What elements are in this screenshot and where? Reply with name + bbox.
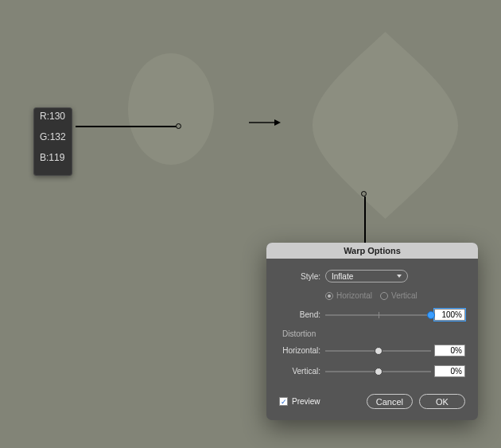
style-label: Style: (279, 272, 325, 281)
dist-v-value-input[interactable]: 0% (434, 365, 465, 377)
style-select[interactable]: Inflate (325, 270, 408, 282)
cancel-button[interactable]: Cancel (367, 394, 413, 409)
color-r: R: 130 (40, 111, 66, 123)
warp-options-dialog: Warp Options Style: Inflate Horizontal V… (266, 243, 478, 420)
dist-v-slider[interactable] (325, 366, 431, 377)
svg-marker-1 (274, 119, 281, 126)
leader-line (76, 126, 179, 127)
radio-horizontal[interactable]: Horizontal (325, 291, 372, 300)
leader-line (364, 197, 366, 244)
preview-checkbox[interactable]: ✓ (279, 397, 288, 406)
style-value: Inflate (332, 272, 353, 281)
bend-value-input[interactable]: 100% (434, 309, 465, 321)
radio-dot-icon (380, 292, 388, 300)
leader-dot (361, 191, 367, 197)
dialog-title: Warp Options (266, 243, 478, 259)
arrow-icon (249, 118, 281, 127)
bend-slider[interactable] (325, 310, 431, 321)
dist-h-value-input[interactable]: 0% (434, 345, 465, 356)
color-tooltip: R: 130 G: 132 B: 119 (33, 107, 72, 176)
radio-dot-icon (325, 292, 333, 300)
bend-row: Bend: 100% (279, 309, 465, 321)
radio-vertical[interactable]: Vertical (380, 291, 418, 300)
preview-label: Preview (292, 397, 320, 406)
ellipse-shape (128, 53, 214, 165)
dist-v-label: Vertical: (279, 367, 325, 376)
color-g: G: 132 (40, 131, 66, 143)
color-b: B: 119 (40, 152, 66, 164)
dist-h-row: Horizontal: 0% (279, 345, 465, 356)
ok-button[interactable]: OK (419, 394, 465, 409)
dist-h-slider[interactable] (325, 345, 431, 356)
dist-v-row: Vertical: 0% (279, 365, 465, 377)
dist-h-label: Horizontal: (279, 346, 325, 355)
distortion-label: Distortion (282, 329, 465, 338)
inflated-shape (313, 32, 458, 219)
style-row: Style: Inflate (279, 270, 465, 282)
bend-label: Bend: (279, 310, 325, 319)
dialog-footer: ✓ Preview Cancel OK (266, 389, 478, 409)
dialog-body: Style: Inflate Horizontal Vertical Bend: (266, 259, 478, 389)
orientation-row: Horizontal Vertical (325, 291, 465, 300)
leader-dot (176, 123, 181, 129)
